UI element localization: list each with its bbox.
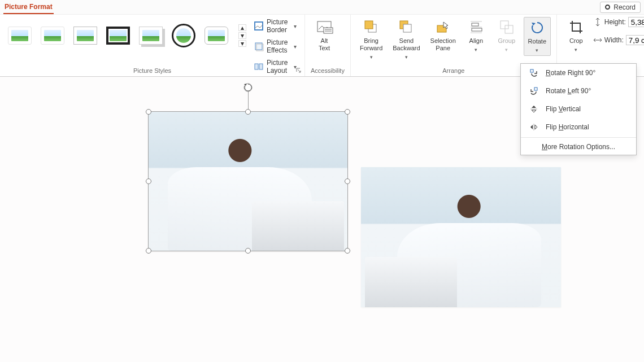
style-thumb-6[interactable] [172,24,195,47]
height-input[interactable] [628,17,644,27]
rotate-button[interactable]: Rotate ▾ [524,17,551,56]
flip-vertical[interactable]: Flip Vertical [521,100,636,118]
more-rotation-label: More Rotation Options... [542,143,615,151]
style-thumb-4[interactable] [106,27,130,45]
chevron-down-icon: ▾ [536,47,538,53]
svg-rect-13 [472,28,482,31]
gallery-more: ▴ ▾ ▾ [238,24,246,47]
group-accessibility: Alt Text Accessibility [305,15,351,76]
rotate-icon [529,20,545,36]
picture-effects-button[interactable]: Picture Effects ▾ [252,37,299,55]
resize-handle-nw[interactable] [146,109,151,115]
rotate-left-icon [529,86,539,96]
style-thumb-2[interactable] [41,27,64,45]
svg-rect-15 [505,25,513,33]
rotate-right-icon [529,68,539,78]
bring-forward-icon [363,19,379,35]
resize-handle-w[interactable] [146,178,151,184]
resize-handle-s[interactable] [245,248,251,254]
group-label-picture-styles: Picture Styles [6,66,299,75]
group-icon [499,19,515,35]
picture-effects-icon [254,42,263,51]
bring-forward-button[interactable]: Bring Forward ▾ [356,17,386,62]
picture-border-button[interactable]: Picture Border ▾ [252,17,299,35]
width-icon [593,36,602,45]
crop-icon [568,19,584,35]
dialog-launcher-picture-styles[interactable] [295,67,302,74]
record-button[interactable]: Record [600,2,641,13]
send-backward-icon [398,19,414,35]
svg-rect-18 [534,88,537,90]
width-label: Width: [604,36,624,44]
flip-horizontal[interactable]: Flip Horizontal [521,118,636,136]
alt-text-button[interactable]: Alt Text [311,17,338,54]
style-gallery: ▴ ▾ ▾ [6,17,249,47]
gallery-scroll-down[interactable]: ▾ [238,32,246,39]
svg-rect-14 [501,21,508,29]
menu-separator [521,137,636,138]
rotate-menu: Rotate Right 90° Rotate Left 90° Flip Ve… [520,63,637,155]
resize-handle-e[interactable] [345,178,350,184]
chevron-down-icon: ▾ [294,43,297,50]
crop-button[interactable]: Crop ▾ [563,17,590,55]
alt-text-icon [316,19,332,35]
flip-horizontal-label: Flip Horizontal [546,123,589,131]
more-rotation-options[interactable]: More Rotation Options... [521,139,636,155]
selection-pane-button[interactable]: Selection Pane [427,17,459,54]
align-button[interactable]: Align ▾ [463,17,490,55]
selection-outline [148,111,348,251]
svg-rect-12 [472,23,478,26]
svg-rect-17 [530,69,533,72]
record-icon [605,5,610,10]
chevron-down-icon: ▾ [405,54,408,60]
resize-handle-sw[interactable] [146,248,151,254]
chevron-down-icon: ▾ [294,23,297,29]
gallery-expand[interactable]: ▾ [238,40,246,47]
rotate-left-90[interactable]: Rotate Left 90° [521,82,636,100]
align-icon [468,19,484,35]
size-inputs: Height: Width: [593,17,644,45]
tab-strip: Picture Format Record [0,0,644,15]
send-backward-button[interactable]: Send Backward ▾ [389,17,423,62]
svg-rect-10 [403,24,411,32]
record-label: Record [613,3,636,11]
gallery-scroll-up[interactable]: ▴ [238,24,246,31]
rotate-left-label: Rotate Left 90° [546,87,591,95]
chevron-down-icon: ▾ [370,54,373,60]
style-thumb-3[interactable] [73,27,97,45]
group-objects-button: Group ▾ [493,17,520,55]
style-thumb-7[interactable] [204,27,228,45]
resize-handle-n[interactable] [245,109,251,115]
flip-horizontal-icon [529,122,539,132]
svg-rect-8 [365,21,373,29]
chevron-down-icon: ▾ [475,47,477,53]
rotate-right-90[interactable]: Rotate Right 90° [521,64,636,82]
flip-vertical-label: Flip Vertical [546,105,581,113]
group-picture-styles: ▴ ▾ ▾ Picture Border ▾ Pictur [0,15,305,76]
width-input[interactable] [626,35,644,45]
style-thumb-5[interactable] [139,27,163,45]
picture-border-icon [254,21,263,30]
group-label-accessibility: Accessibility [311,66,345,75]
rotate-handle[interactable] [243,82,253,93]
selection-pane-icon [435,19,451,35]
chevron-down-icon: ▾ [505,47,508,53]
inserted-picture-2[interactable] [361,167,561,307]
height-label: Height: [604,18,626,26]
height-icon [593,18,602,27]
chevron-down-icon: ▾ [575,47,577,53]
style-thumb-1[interactable] [8,27,32,45]
resize-handle-ne[interactable] [345,109,350,115]
resize-handle-se[interactable] [345,248,350,254]
flip-vertical-icon [529,104,539,114]
svg-rect-6 [324,28,333,33]
tab-picture-format[interactable]: Picture Format [3,1,54,14]
rotate-right-label: Rotate Right 90° [546,69,595,77]
